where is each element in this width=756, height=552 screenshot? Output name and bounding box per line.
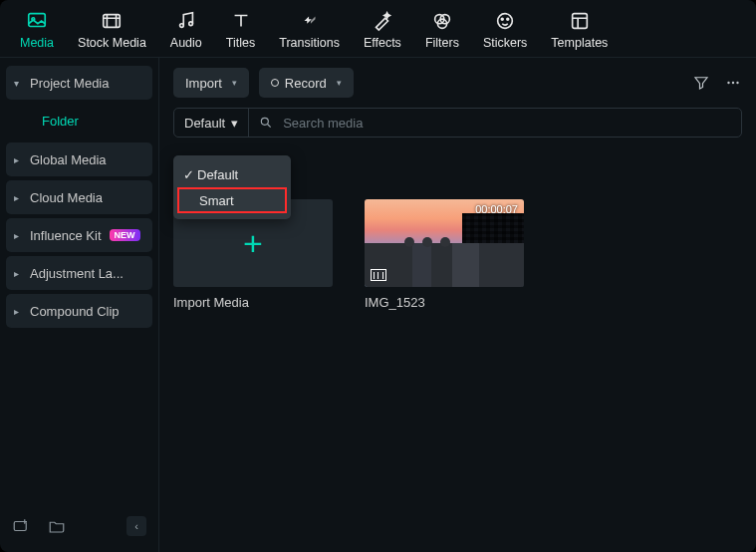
tab-label: Titles [226,36,255,50]
chevron-right-icon: ▸ [14,192,24,203]
tab-audio[interactable]: Audio [168,8,204,57]
sort-dropdown-trigger[interactable]: Default ▾ [184,109,249,137]
chevron-right-icon: ▸ [14,230,24,241]
record-icon [271,79,279,87]
tab-titles[interactable]: Titles [224,8,257,57]
tab-label: Audio [170,36,202,50]
sidebar-item-label: Influence Kit [30,228,102,243]
sidebar-footer: ‹ [6,508,152,544]
sidebar-item-adjustment-layer[interactable]: ▸ Adjustment La... [6,256,152,290]
badge-new: NEW [110,229,140,241]
tab-stock-media[interactable]: Stock Media [76,8,148,57]
tab-transitions[interactable]: Transitions [277,8,342,57]
svg-point-8 [498,14,513,29]
media-icon [26,10,48,32]
content-toolbar: Import ▾ Record ▾ [159,58,756,108]
plus-icon: + [243,224,263,263]
sort-label: Default [184,116,225,131]
sidebar-item-label: Project Media [30,76,109,91]
sidebar-item-compound-clip[interactable]: ▸ Compound Clip [6,294,152,328]
search-row: Default ▾ [173,108,742,138]
chevron-down-icon: ▾ [14,78,24,89]
sidebar: ▾ Project Media Folder ▸ Global Media ▸ … [0,58,159,552]
clip-duration: 00:00:07 [475,203,518,215]
svg-point-9 [501,18,503,20]
option-label: Smart [199,193,234,208]
effects-icon [372,10,393,32]
chevron-right-icon: ▸ [14,306,24,317]
sidebar-item-project-media[interactable]: ▾ Project Media [6,66,152,100]
sidebar-subitem-folder[interactable]: Folder [6,104,152,138]
svg-point-15 [736,82,738,84]
filters-icon [431,10,453,32]
stock-media-icon [101,10,123,32]
filter-icon[interactable] [692,74,710,92]
sidebar-item-label: Cloud Media [30,190,103,205]
svg-point-3 [179,24,183,28]
check-icon: ✓ [183,167,197,182]
media-clip-card[interactable]: 00:00:07 IMG_1523 [365,199,524,310]
tab-media[interactable]: Media [18,8,56,57]
chevron-down-icon: ▾ [337,78,342,88]
sidebar-item-cloud-media[interactable]: ▸ Cloud Media [6,180,152,214]
svg-rect-11 [573,14,588,29]
svg-point-13 [727,82,729,84]
collapse-sidebar-button[interactable]: ‹ [126,516,146,536]
templates-icon [569,10,591,32]
sidebar-item-global-media[interactable]: ▸ Global Media [6,142,152,176]
tab-effects[interactable]: Effects [362,8,403,57]
record-button[interactable]: Record ▾ [259,68,354,98]
chevron-right-icon: ▸ [14,154,24,165]
more-icon[interactable] [724,74,742,92]
top-tabs: Media Stock Media Audio Titles Transitio… [0,0,756,58]
sidebar-item-label: Global Media [30,152,107,167]
stickers-icon [494,10,516,32]
option-label: Default [197,167,238,182]
sort-option-default[interactable]: ✓ Default [173,161,291,187]
card-label: IMG_1523 [365,295,524,310]
clip-thumb: 00:00:07 [365,199,524,287]
sort-option-smart[interactable]: Smart [177,187,287,213]
svg-rect-2 [104,15,121,28]
svg-point-16 [262,118,269,125]
sort-dropdown-menu: ✓ Default Smart [173,155,291,219]
transitions-icon [299,10,321,32]
button-label: Import [185,76,222,91]
new-folder-plus-icon[interactable] [12,517,30,535]
titles-icon [230,10,252,32]
chevron-right-icon: ▸ [14,268,24,279]
svg-point-4 [189,22,193,26]
svg-point-14 [732,82,734,84]
clip-preview-image [365,243,524,287]
import-button[interactable]: Import ▾ [173,68,249,98]
audio-icon [175,10,197,32]
tab-label: Filters [425,36,459,50]
sidebar-item-label: Adjustment La... [30,266,124,281]
button-label: Record [285,76,327,91]
video-badge-icon [371,269,386,281]
chevron-down-icon: ▾ [231,116,238,131]
search-icon [259,116,273,130]
tab-label: Stock Media [78,36,146,50]
tab-filters[interactable]: Filters [423,8,461,57]
card-label: Import Media [173,295,333,310]
tab-label: Stickers [483,36,527,50]
chevron-left-icon: ‹ [134,520,138,532]
tab-label: Transitions [279,36,340,50]
tab-label: Effects [364,36,401,50]
tab-label: Media [20,36,54,50]
sidebar-item-influence-kit[interactable]: ▸ Influence Kit NEW [6,218,152,252]
search-input[interactable] [283,116,731,131]
new-folder-icon[interactable] [48,517,66,535]
tab-label: Templates [551,36,608,50]
tab-stickers[interactable]: Stickers [481,8,529,57]
content-area: Import ▾ Record ▾ [159,58,756,552]
svg-rect-0 [29,14,46,27]
sidebar-item-label: Compound Clip [30,304,120,319]
chevron-down-icon: ▾ [232,78,237,88]
tab-templates[interactable]: Templates [549,8,610,57]
svg-point-10 [507,18,509,20]
clip-preview-image [404,237,450,247]
sidebar-item-label: Folder [42,114,79,129]
